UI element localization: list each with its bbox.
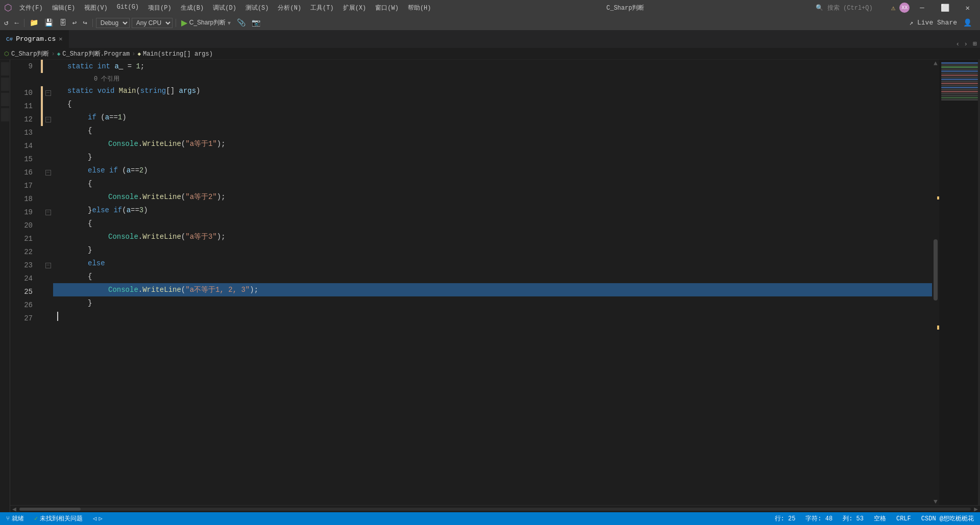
menu-extensions[interactable]: 扩展(X) xyxy=(339,3,371,13)
line-num-12: 12 xyxy=(10,113,37,126)
kw-else-16: else xyxy=(88,164,109,177)
menu-file[interactable]: 文件(F) xyxy=(15,3,47,13)
tab-scroll-left[interactable]: ‹ xyxy=(954,40,962,48)
brace-open-13: { xyxy=(88,124,92,137)
vertical-scrollbar[interactable]: ▲ ▼ xyxy=(932,60,939,505)
minimize-button[interactable]: — xyxy=(914,2,930,14)
brace-close-22: } xyxy=(88,243,92,257)
menu-tools[interactable]: 工具(T) xyxy=(306,3,338,13)
line-num-27: 27 xyxy=(10,312,37,325)
scroll-up-arrow[interactable]: ▲ xyxy=(932,60,939,67)
menu-analyze[interactable]: 分析(N) xyxy=(274,3,305,13)
tab-program-cs[interactable]: C# Program.cs ✕ xyxy=(0,30,69,48)
menu-project[interactable]: 项目(P) xyxy=(144,3,176,13)
scrollbar-track[interactable] xyxy=(932,67,939,498)
status-csdn: CSDN @想吃栀栀花 xyxy=(919,514,976,523)
menu-view[interactable]: 视图(V) xyxy=(80,3,112,13)
toolbar-solution-explorer[interactable]: 📁 xyxy=(28,17,40,28)
status-warnings[interactable]: ◁ ▷ xyxy=(91,515,104,522)
h-scroll-right[interactable]: ▶ xyxy=(972,505,980,513)
code-line-27 xyxy=(53,310,932,323)
fold-btn-16[interactable]: — xyxy=(43,166,53,179)
scrollbar-thumb[interactable] xyxy=(934,239,938,301)
status-encoding[interactable]: CRLF xyxy=(894,514,913,523)
fold-btn-23[interactable]: — xyxy=(43,259,53,272)
code-line-11: { xyxy=(53,97,932,111)
mmap-15 xyxy=(941,91,978,92)
menu-edit[interactable]: 编辑(E) xyxy=(48,3,80,13)
menu-window[interactable]: 窗口(W) xyxy=(371,3,403,13)
code-editor[interactable]: 9 · 10 11 12 13 14 15 16 17 18 19 20 21 … xyxy=(10,60,980,505)
maximize-button[interactable]: ⬜ xyxy=(935,2,955,14)
dot-21: . xyxy=(138,230,142,243)
check-icon: ✓ xyxy=(34,515,38,522)
var-a-12: a xyxy=(105,111,109,124)
platform-select[interactable]: Any CPU xyxy=(132,18,173,28)
paren-close-25: ); xyxy=(250,283,258,296)
fold-space-27 xyxy=(43,312,53,325)
paren-close-12: ) xyxy=(122,111,126,124)
menu-debug[interactable]: 调试(D) xyxy=(209,3,240,13)
toolbar-sync[interactable]: ↺ xyxy=(2,17,10,28)
param-args: args xyxy=(179,84,196,97)
vs-logo: ⬡ xyxy=(4,2,12,13)
code-line-10: static void Main ( string [] args ) xyxy=(53,84,932,97)
status-char[interactable]: 字符: 48 xyxy=(803,514,835,523)
status-errors[interactable]: ✓ 未找到相关问题 xyxy=(32,514,85,523)
toolbar-user-settings[interactable]: 👤 xyxy=(961,17,974,28)
paren-close-18: ); xyxy=(217,190,226,204)
menu-build[interactable]: 生成(B) xyxy=(177,3,208,13)
live-share-label[interactable]: Live Share xyxy=(917,19,957,27)
paren-wl-14: ( xyxy=(181,137,185,151)
line-num-15: 15 xyxy=(10,153,37,166)
gutter-icon-2 xyxy=(1,78,9,91)
fold-btn-19[interactable]: — xyxy=(43,206,53,219)
brace-close-15: } xyxy=(88,151,92,164)
status-col[interactable]: 列: 53 xyxy=(841,514,866,523)
close-button[interactable]: ✕ xyxy=(960,2,976,14)
fold-btn-10[interactable]: — xyxy=(43,86,53,99)
h-scroll-left[interactable]: ◀ xyxy=(10,505,18,513)
toolbar-redo[interactable]: ↪ xyxy=(81,17,89,28)
char-label: 字符: 48 xyxy=(805,514,832,523)
method-writeline-25: WriteLine xyxy=(142,283,181,296)
fold-space-24 xyxy=(43,272,53,285)
menu-help[interactable]: 帮助(H) xyxy=(404,3,435,13)
menu-test[interactable]: 测试(S) xyxy=(241,3,273,13)
breadcrumb-method[interactable]: Main(string[] args) xyxy=(143,51,213,58)
status-space[interactable]: 空格 xyxy=(872,514,888,523)
code-content[interactable]: static int a _ = 1 ; 0 个引用 static void xyxy=(53,60,932,505)
tab-close-button[interactable]: ✕ xyxy=(59,35,62,43)
status-branch[interactable]: ⑂ 就绪 xyxy=(4,514,26,523)
toolbar-undo[interactable]: ↩ xyxy=(70,17,79,28)
brace-open-24: { xyxy=(88,270,92,283)
status-line[interactable]: 行: 25 xyxy=(773,514,798,523)
tab-scroll-right[interactable]: › xyxy=(962,40,970,48)
fold-btn-12[interactable]: — xyxy=(43,113,53,126)
breadcrumb-namespace[interactable]: C_Sharp判断.Program xyxy=(62,49,130,58)
toolbar-save[interactable]: 💾 xyxy=(42,17,55,28)
toolbar-camera[interactable]: 📷 xyxy=(250,17,262,28)
code-line-13: { xyxy=(53,124,932,137)
horizontal-scrollbar[interactable]: ◀ ▶ xyxy=(10,505,980,512)
scroll-down-arrow[interactable]: ▼ xyxy=(932,498,939,505)
toolbar-save-all[interactable]: 🗄 xyxy=(57,18,68,28)
toolbar-back[interactable]: ← xyxy=(12,18,20,28)
mmap-6 xyxy=(941,72,978,74)
breadcrumb-solution[interactable]: C_Sharp判断 xyxy=(11,49,49,58)
toolbar-sep-2 xyxy=(92,19,93,27)
menu-git[interactable]: Git(G) xyxy=(113,3,143,13)
brace-open-17: { xyxy=(88,177,92,190)
brace-open-20: { xyxy=(88,217,92,230)
paren-close-19: ) xyxy=(143,204,148,217)
debug-config-select[interactable]: Debug xyxy=(96,18,130,28)
user-avatar[interactable]: XX xyxy=(899,3,910,13)
ref-hint-line: 0 个引用 xyxy=(53,73,932,84)
toolbar-attach[interactable]: 📎 xyxy=(235,17,248,28)
layout-icon[interactable]: ⊞ xyxy=(970,40,980,48)
h-scroll-track[interactable] xyxy=(19,508,971,511)
h-scroll-thumb[interactable] xyxy=(19,508,81,511)
minimap xyxy=(939,60,980,505)
run-button[interactable]: ▶ C_Sharp判断 ▾ xyxy=(179,17,233,29)
method-writeline-21: WriteLine xyxy=(142,230,181,243)
